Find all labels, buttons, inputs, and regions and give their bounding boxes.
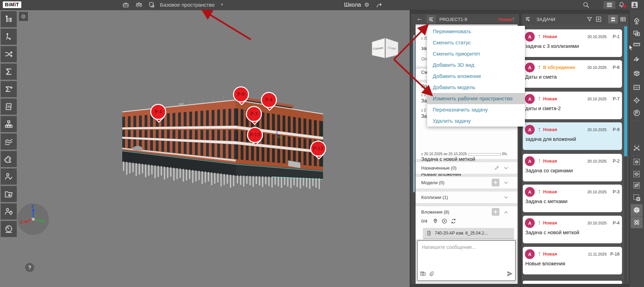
task-menu-button[interactable]	[427, 15, 436, 23]
chevron-down-icon[interactable]	[503, 195, 509, 200]
tool-clear-selection-box-button[interactable]	[631, 192, 643, 203]
search-icon[interactable]	[583, 1, 590, 8]
task-card[interactable]: AНовая20.10.2025P-3Задача с метками	[523, 185, 622, 212]
tool-orbit-button[interactable]	[631, 216, 643, 228]
context-menu-item[interactable]: Изменить рабочее пространство	[427, 93, 525, 104]
list-view-button[interactable]	[608, 15, 618, 23]
view-cube[interactable]: Справа Сзади	[371, 37, 399, 59]
list-icon[interactable]	[603, 1, 615, 9]
add-task-icon[interactable]	[595, 16, 602, 22]
tool-point-link-button[interactable]	[1, 29, 17, 45]
tool-capture-button[interactable]	[631, 27, 643, 39]
filter-icon[interactable]	[586, 16, 593, 22]
model-pin[interactable]: P-9	[233, 86, 249, 108]
section-assignees[interactable]: Назначенные (0)	[416, 162, 518, 174]
tool-structure-tree-button[interactable]	[1, 11, 17, 27]
chevron-down-icon[interactable]	[503, 180, 509, 186]
play-icon[interactable]	[441, 218, 447, 224]
help-button[interactable]: ?	[25, 263, 34, 272]
send-icon[interactable]	[506, 270, 513, 277]
tasks-scrollbar-thumb[interactable]	[624, 26, 627, 156]
tool-shuffle-button[interactable]	[1, 46, 17, 62]
chevron-down-icon[interactable]	[503, 165, 509, 171]
focus-button[interactable]	[19, 12, 28, 21]
tool-measure-button[interactable]: 12	[631, 142, 643, 154]
tool-target-button[interactable]	[631, 94, 643, 106]
add-model-button[interactable]	[492, 179, 499, 186]
chevron-up-icon[interactable]	[503, 209, 509, 215]
model-pin[interactable]: P-3	[246, 106, 262, 128]
chevron-down-icon[interactable]: ▼	[220, 0, 224, 10]
status-badge: Новая	[543, 189, 557, 194]
model-pin[interactable]: P-4	[150, 104, 166, 125]
tool-section-flip-button[interactable]	[631, 53, 643, 65]
table-view-icon[interactable]	[620, 16, 626, 22]
context-menu-item[interactable]: Добавить вложение	[427, 71, 525, 82]
briefcase-icon[interactable]	[122, 1, 129, 8]
sync-icon[interactable]	[451, 218, 456, 224]
priority-icon[interactable]	[511, 17, 515, 22]
context-menu-item[interactable]: Переназначить задачу	[427, 104, 525, 115]
section-collisions[interactable]: Коллизии (1)	[416, 192, 518, 203]
map-pin-icon[interactable]	[432, 218, 438, 224]
tool-trend-lines-button[interactable]	[1, 134, 17, 150]
tool-org-chart-button[interactable]	[1, 116, 17, 132]
context-menu-item[interactable]: Удалить задачу	[427, 115, 525, 127]
building-model[interactable]	[98, 92, 328, 192]
edit-icon[interactable]	[494, 165, 500, 171]
tool-tree-button[interactable]	[631, 15, 643, 27]
app-logo[interactable]: BiMiT	[3, 1, 21, 8]
attachment-chip[interactable]: 740-20-АР изм. 6_25.04.2…	[423, 228, 514, 239]
tool-puzzle-button[interactable]	[1, 151, 17, 167]
task-card[interactable]: AВ обсуждении20.10.2025P-6Даты и смета	[523, 60, 622, 88]
context-menu-item[interactable]: Добавить 3D вид	[427, 59, 525, 71]
tool-clip-box-button[interactable]	[631, 67, 643, 79]
gear-icon[interactable]: ⚙	[364, 0, 369, 10]
task-card[interactable]: AНовая11.11.2025P-16Новые вложения	[523, 247, 622, 274]
workspace-selector[interactable]: Базовое пространство	[160, 0, 214, 10]
context-menu-item[interactable]: Сменить приоритет	[427, 48, 525, 59]
task-card[interactable]: AНовая20.10.2025P-9задача для вложений	[523, 122, 622, 150]
tool-flag-button[interactable]	[631, 107, 643, 119]
context-menu-item[interactable]: Сменить статус	[427, 37, 525, 48]
tool-folder-share-button[interactable]	[1, 186, 17, 202]
model-pin[interactable]: P-15	[247, 127, 263, 149]
section-attachments[interactable]: Вложения (8) 0/4 740-20-АР изм. 6_25.04.…	[416, 206, 518, 239]
occluded-text: с 2	[421, 93, 426, 97]
attach-icon[interactable]	[429, 271, 434, 277]
tool-isolate-box-button[interactable]	[631, 156, 643, 168]
axis-gizmo[interactable]: Z X	[17, 203, 49, 235]
point-link-icon	[4, 32, 13, 41]
tool-cube-button[interactable]	[631, 204, 643, 216]
task-card[interactable]: AНовая20.10.2025P-7даты и смета-2	[523, 92, 622, 119]
shield-clock-icon[interactable]	[148, 1, 155, 8]
add-attachment-button[interactable]	[492, 208, 499, 216]
tool-show-box-button[interactable]	[631, 168, 643, 180]
tool-sigma-button[interactable]	[1, 64, 17, 80]
schedule-task-title[interactable]: Задача с новой меткой	[421, 156, 475, 162]
model-pin[interactable]: P-4	[261, 92, 277, 114]
avatar: A	[525, 156, 535, 166]
tool-sheet-2d-button[interactable]: 2D	[1, 99, 17, 115]
tool-gauge-button[interactable]	[1, 221, 17, 237]
camera-icon[interactable]	[420, 271, 426, 277]
context-menu-item[interactable]: Переименовать	[427, 26, 525, 37]
share-icon[interactable]	[376, 1, 383, 8]
tool-person-location-button[interactable]	[1, 203, 17, 220]
task-card[interactable]: AНовая20.10.2025P-4Задача с новой меткой	[523, 216, 622, 243]
tool-hide-box-button[interactable]	[631, 179, 643, 191]
profile-icon[interactable]	[631, 1, 638, 9]
tool-sigma-plus-button[interactable]	[1, 81, 17, 97]
tasks-menu-icon[interactable]	[525, 16, 531, 22]
tool-person-check-button[interactable]	[1, 168, 17, 185]
panel-scrollbar[interactable]	[413, 35, 415, 192]
back-icon[interactable]: ←	[416, 15, 423, 22]
avatar: A	[525, 125, 535, 135]
tool-floorplan-button[interactable]	[631, 81, 643, 93]
model-pin[interactable]: P-12	[310, 141, 326, 162]
task-card[interactable]: AНовая20.10.2025P-2Задача со скринами	[523, 154, 622, 181]
section-models[interactable]: Модели (0)	[416, 177, 518, 188]
team-icon[interactable]	[136, 1, 142, 8]
context-menu-item[interactable]: Добавить модель	[427, 82, 525, 93]
task-card[interactable]: AНовая20.10.2025P-1задача с 3 коллизиями	[523, 29, 622, 57]
